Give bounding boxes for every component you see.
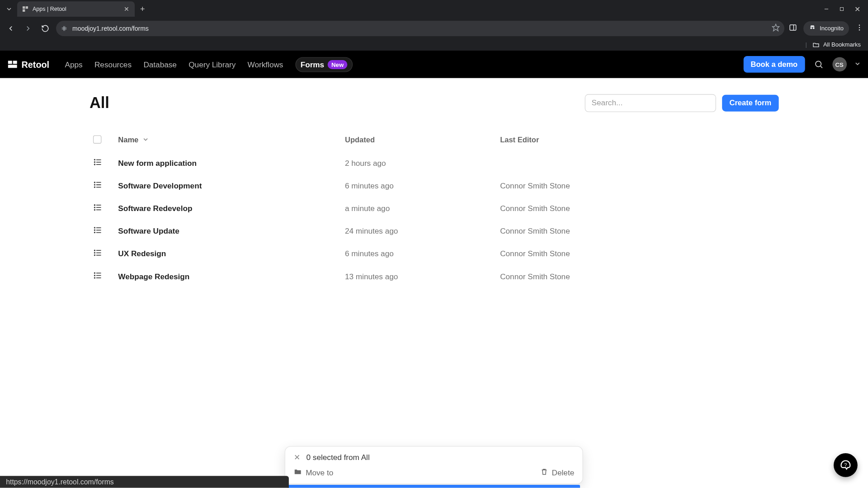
svg-point-21: [94, 159, 95, 160]
svg-point-23: [94, 164, 95, 165]
tab-close-icon[interactable]: ✕: [123, 5, 130, 13]
tab-dropdown-icon[interactable]: [4, 4, 14, 14]
selection-actions: Move to Delete: [294, 468, 574, 478]
reload-button[interactable]: [39, 22, 52, 35]
chevron-down-icon[interactable]: [854, 59, 861, 70]
svg-rect-0: [23, 6, 25, 9]
search-input[interactable]: [585, 94, 716, 112]
retool-logo-icon: [7, 59, 18, 70]
forward-button[interactable]: [22, 22, 34, 35]
help-bubble[interactable]: ?: [833, 453, 857, 477]
list-icon: [90, 202, 118, 214]
svg-point-35: [94, 209, 95, 210]
svg-line-17: [820, 66, 822, 68]
select-all-checkbox[interactable]: [93, 135, 101, 143]
back-button[interactable]: [5, 22, 17, 35]
move-to-action[interactable]: Move to: [294, 468, 333, 478]
table-row[interactable]: Software Development6 minutes agoConnor …: [90, 174, 778, 197]
col-name-header[interactable]: Name: [118, 136, 345, 145]
browser-chrome: Apps | Retool ✕ + ✕ moodjoy1.retool.com/…: [0, 0, 868, 51]
maximize-icon[interactable]: [838, 5, 845, 13]
url-text: moodjoy1.retool.com/forms: [72, 25, 767, 32]
selection-top: ✕ 0 selected from All: [294, 453, 574, 462]
svg-point-28: [94, 184, 95, 185]
nav-database[interactable]: Database: [143, 60, 176, 69]
table-row[interactable]: Webpage Redesign13 minutes agoConnor Smi…: [90, 265, 778, 287]
row-updated: 13 minutes ago: [345, 272, 500, 281]
selection-close-icon[interactable]: ✕: [294, 453, 301, 462]
incognito-pill[interactable]: Incognito: [803, 21, 849, 36]
nav-forms: Forms: [301, 60, 324, 69]
svg-text:?: ?: [844, 462, 847, 468]
list-icon: [90, 225, 118, 236]
svg-point-52: [94, 275, 95, 276]
browser-menu-icon[interactable]: [855, 23, 863, 33]
svg-point-12: [859, 29, 860, 30]
book-demo-button[interactable]: Book a demo: [744, 56, 805, 73]
forms-table: Name Updated Last Editor New form applic…: [90, 129, 778, 287]
search-icon[interactable]: [811, 56, 826, 72]
table-row[interactable]: Software Update24 minutes agoConnor Smit…: [90, 220, 778, 242]
row-name: Webpage Redesign: [118, 272, 345, 281]
row-name: New form application: [118, 158, 345, 167]
svg-rect-15: [8, 65, 17, 68]
minimize-icon[interactable]: [823, 5, 830, 13]
create-form-button[interactable]: Create form: [722, 94, 778, 111]
bookmarks-divider: |: [806, 41, 807, 48]
panel-icon[interactable]: [789, 23, 797, 33]
address-bar[interactable]: moodjoy1.retool.com/forms: [56, 21, 784, 36]
brand[interactable]: Retool: [7, 59, 49, 70]
window-controls: ✕: [823, 5, 868, 13]
app-topbar: Retool Apps Resources Database Query Lib…: [0, 51, 868, 78]
row-updated: a minute ago: [345, 204, 500, 213]
row-name: Software Update: [118, 226, 345, 235]
col-updated-header[interactable]: Updated: [345, 136, 500, 144]
svg-rect-13: [8, 61, 12, 64]
page: All Create form Name Updated Last Editor…: [0, 78, 868, 287]
row-name: UX Redesign: [118, 249, 345, 258]
bookmark-star-icon[interactable]: [772, 23, 780, 33]
page-head-right: Create form: [585, 94, 778, 112]
row-editor: Connor Smith Stone: [500, 272, 655, 281]
svg-point-27: [94, 182, 95, 183]
delete-action[interactable]: Delete: [540, 468, 574, 478]
row-updated: 6 minutes ago: [345, 181, 500, 190]
svg-rect-6: [790, 25, 796, 30]
browser-tab[interactable]: Apps | Retool ✕: [17, 1, 135, 17]
nav-resources[interactable]: Resources: [94, 60, 132, 69]
svg-point-51: [94, 272, 95, 273]
row-editor: Connor Smith Stone: [500, 249, 655, 258]
tab-bar: Apps | Retool ✕ + ✕: [0, 0, 868, 18]
all-bookmarks-link[interactable]: All Bookmarks: [823, 41, 861, 48]
site-info-icon[interactable]: [61, 25, 68, 32]
avatar[interactable]: CS: [832, 57, 847, 72]
svg-point-9: [813, 27, 815, 29]
list-icon: [90, 248, 118, 259]
svg-point-40: [94, 230, 95, 230]
new-tab-button[interactable]: +: [140, 5, 145, 14]
svg-rect-4: [840, 8, 844, 11]
row-name: Software Development: [118, 181, 345, 190]
svg-point-46: [94, 252, 95, 253]
svg-point-8: [811, 27, 812, 29]
nav-workflows[interactable]: Workflows: [248, 60, 283, 69]
selection-bar: ✕ 0 selected from All Move to Delete: [285, 446, 583, 484]
table-header: Name Updated Last Editor: [90, 129, 778, 151]
col-editor-header[interactable]: Last Editor: [500, 136, 655, 144]
table-row[interactable]: Software Redevelopa minute agoConnor Smi…: [90, 197, 778, 219]
close-window-icon[interactable]: ✕: [854, 5, 861, 13]
row-updated: 24 minutes ago: [345, 226, 500, 235]
select-all-cell: [90, 135, 118, 145]
nav-query-library[interactable]: Query Library: [189, 60, 236, 69]
table-row[interactable]: New form application2 hours ago: [90, 151, 778, 174]
help-icon: ?: [840, 460, 851, 471]
retool-favicon-icon: [22, 5, 29, 13]
nav-forms-pill[interactable]: Forms New: [295, 57, 353, 72]
folder-icon: [812, 41, 820, 48]
move-to-label: Move to: [306, 468, 333, 477]
svg-point-34: [94, 207, 95, 208]
col-name-label: Name: [118, 136, 138, 144]
nav-apps[interactable]: Apps: [65, 60, 82, 69]
list-icon: [90, 157, 118, 169]
table-row[interactable]: UX Redesign6 minutes agoConnor Smith Sto…: [90, 242, 778, 265]
